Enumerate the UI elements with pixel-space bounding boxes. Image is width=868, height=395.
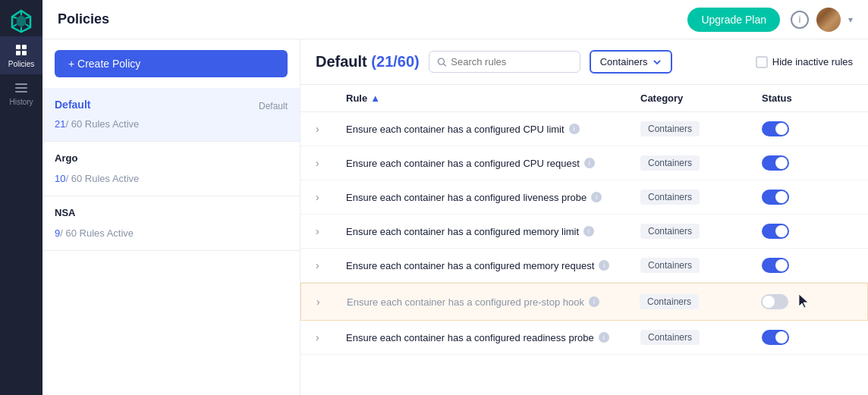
table-row: › Ensure each container has a configured… <box>300 180 868 215</box>
table-row: › Ensure each container has a configured… <box>300 249 868 283</box>
policy-name-default: Default <box>55 99 90 111</box>
rule-name-cell-1: Ensure each container has a configured C… <box>346 124 640 135</box>
rules-table: Rule ▲ Category Status › Ensure each con… <box>300 85 868 395</box>
toggle-knob-7 <box>775 331 788 343</box>
policy-badge-default: Default <box>259 101 288 111</box>
info-icon[interactable]: i <box>791 11 809 29</box>
policy-panel: + Create Policy Default Default 21/ 60 R… <box>42 39 300 395</box>
rule-text-1: Ensure each container has a configured C… <box>346 124 565 135</box>
rule-col-label: Rule <box>346 92 367 104</box>
info-icon-3[interactable]: i <box>591 192 602 202</box>
toggle-knob-5 <box>775 259 788 271</box>
status-cell-5 <box>762 258 853 273</box>
rules-label-default: / 60 Rules Active <box>65 118 139 130</box>
chevron-down-icon <box>653 58 662 67</box>
search-icon <box>437 57 447 67</box>
table-row-highlighted: › Ensure each container has a configured… <box>300 283 868 321</box>
hide-inactive-toggle[interactable]: Hide inactive rules <box>756 56 853 68</box>
rules-header: Default (21/60) Containers <box>300 39 868 85</box>
expand-icon-4[interactable]: › <box>316 225 346 237</box>
toggle-4[interactable] <box>762 224 789 239</box>
rules-label-nsa: / 60 Rules Active <box>60 227 134 239</box>
status-cell-3 <box>762 190 853 205</box>
policy-group-default[interactable]: Default Default 21/ 60 Rules Active <box>42 88 300 142</box>
hide-inactive-label: Hide inactive rules <box>772 56 853 67</box>
toggle-knob-2 <box>775 157 788 169</box>
sidebar-item-policies[interactable]: Policies <box>0 36 42 74</box>
rule-text-6: Ensure each container has a configured p… <box>347 296 584 308</box>
rule-name-cell-5: Ensure each container has a configured m… <box>346 260 640 271</box>
rules-count: (21/60) <box>371 53 419 70</box>
svg-rect-8 <box>16 45 20 49</box>
toggle-knob-1 <box>775 123 788 135</box>
hide-inactive-checkbox[interactable] <box>756 56 768 68</box>
rules-panel: Default (21/60) Containers <box>300 39 868 395</box>
rule-name-cell-2: Ensure each container has a configured C… <box>346 158 640 169</box>
info-icon-6[interactable]: i <box>589 296 599 307</box>
active-count-argo: 10 <box>55 173 65 184</box>
toggle-3[interactable] <box>762 190 789 205</box>
category-badge-1: Containers <box>640 121 700 136</box>
toggle-2[interactable] <box>762 155 789 171</box>
col-expand <box>316 92 346 104</box>
expand-icon-3[interactable]: › <box>316 191 346 203</box>
search-input[interactable] <box>451 56 571 67</box>
expand-icon-7[interactable]: › <box>316 331 346 343</box>
svg-rect-11 <box>22 51 27 55</box>
topbar: Policies Upgrade Plan i ▾ <box>42 0 868 39</box>
policy-group-argo[interactable]: Argo 10/ 60 Rules Active <box>42 142 300 196</box>
rule-text-3: Ensure each container has a configured l… <box>346 192 587 203</box>
search-box[interactable] <box>429 51 580 73</box>
col-rule-header: Rule ▲ <box>346 92 640 104</box>
col-status-header: Status <box>762 92 853 104</box>
status-cell-4 <box>762 224 853 239</box>
svg-point-15 <box>438 58 444 64</box>
avatar[interactable] <box>816 8 841 32</box>
filter-dropdown[interactable]: Containers <box>590 50 672 74</box>
info-icon-5[interactable]: i <box>599 260 609 271</box>
policy-name-nsa: NSA <box>55 207 75 218</box>
rule-text-7: Ensure each container has a configured r… <box>346 332 594 343</box>
toggle-7[interactable] <box>762 330 789 345</box>
policy-group-nsa[interactable]: NSA 9/ 60 Rules Active <box>42 196 300 251</box>
policy-rules-default: 21/ 60 Rules Active <box>55 118 139 130</box>
info-icon-1[interactable]: i <box>569 124 580 134</box>
category-cell-1: Containers <box>640 121 762 136</box>
create-policy-button[interactable]: + Create Policy <box>55 50 288 77</box>
toggle-knob-6 <box>763 296 775 308</box>
avatar-dropdown-arrow[interactable]: ▾ <box>848 14 853 25</box>
col-category-header: Category <box>640 92 762 104</box>
expand-icon-1[interactable]: › <box>316 123 346 135</box>
svg-rect-12 <box>15 83 27 85</box>
rule-text-4: Ensure each container has a configured m… <box>346 226 579 237</box>
sidebar: Policies History <box>0 0 42 395</box>
table-row: › Ensure each container has a configured… <box>300 321 868 355</box>
info-icon-2[interactable]: i <box>584 158 595 168</box>
policy-rules-argo: 10/ 60 Rules Active <box>55 173 139 184</box>
info-icon-4[interactable]: i <box>583 226 594 237</box>
expand-icon-2[interactable]: › <box>316 157 346 169</box>
toggle-knob-4 <box>775 225 788 237</box>
sidebar-item-history[interactable]: History <box>0 74 42 112</box>
expand-icon-6[interactable]: › <box>316 296 347 308</box>
upgrade-button[interactable]: Upgrade Plan <box>687 8 780 32</box>
topbar-icons: i ▾ <box>791 8 853 32</box>
table-header: Rule ▲ Category Status <box>300 85 868 112</box>
rule-name-cell-6: Ensure each container has a configured p… <box>347 296 640 308</box>
table-row: › Ensure each container has a configured… <box>300 112 868 146</box>
avatar-image <box>816 8 841 32</box>
info-icon-7[interactable]: i <box>599 332 609 343</box>
app-title: Policies <box>58 11 687 27</box>
svg-line-16 <box>443 64 445 66</box>
expand-icon-5[interactable]: › <box>316 259 346 271</box>
category-cell-3: Containers <box>640 190 762 205</box>
toggle-1[interactable] <box>762 121 789 136</box>
toggle-5[interactable] <box>762 258 789 273</box>
main-content: Policies Upgrade Plan i ▾ + Create Polic… <box>42 0 868 395</box>
svg-rect-13 <box>15 87 27 89</box>
cursor-icon <box>797 293 811 311</box>
sidebar-logo[interactable] <box>9 9 33 36</box>
toggle-6[interactable] <box>761 294 788 309</box>
policies-icon <box>14 42 29 58</box>
sidebar-item-policies-label: Policies <box>8 60 34 68</box>
